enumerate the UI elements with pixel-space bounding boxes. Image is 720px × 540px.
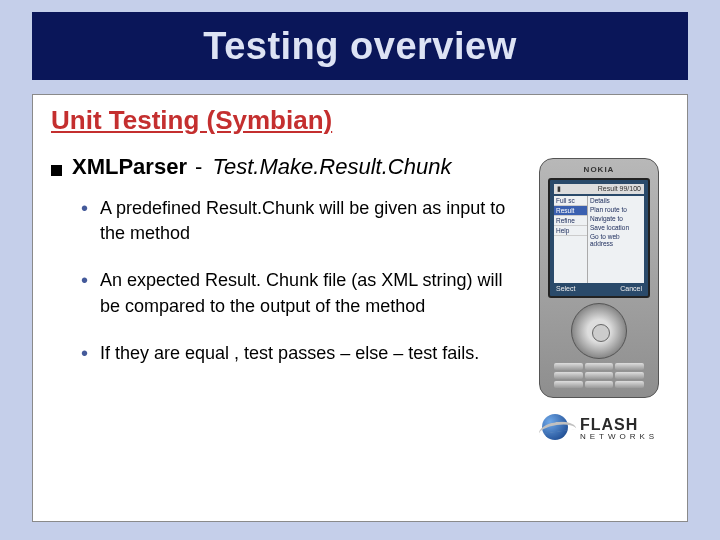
globe-swoosh-icon — [540, 412, 574, 446]
phone-status-bar: ▮ Result 99/100 — [554, 184, 644, 194]
phone-mockup: NOKIA ▮ Result 99/100 Full sc Result Ref… — [539, 158, 659, 398]
dpad-icon — [571, 303, 627, 359]
main-italic: Test.Make.Result.Chunk — [213, 154, 452, 179]
body-row: XMLParser - Test.Make.Result.Chunk • A p… — [51, 154, 669, 460]
phone-brand-label: NOKIA — [548, 165, 650, 174]
dot-bullet-icon: • — [81, 196, 88, 246]
phone-keypad-area — [548, 302, 650, 389]
slide-title: Testing overview — [203, 25, 517, 68]
main-dash: - — [195, 154, 202, 179]
right-column: NOKIA ▮ Result 99/100 Full sc Result Ref… — [529, 154, 669, 460]
main-bullet: XMLParser - Test.Make.Result.Chunk — [51, 154, 517, 180]
section-heading: Unit Testing (Symbian) — [51, 105, 669, 136]
title-bar: Testing overview — [32, 12, 688, 80]
dot-bullet-icon: • — [81, 341, 88, 366]
phone-screen: ▮ Result 99/100 Full sc Result Refine He… — [548, 178, 650, 298]
dot-bullet-icon: • — [81, 268, 88, 318]
list-item: • If they are equal , test passes – else… — [81, 341, 517, 366]
keypad-icon — [554, 363, 644, 388]
square-bullet-icon — [51, 165, 62, 176]
phone-menu-left: Full sc Result Refine Help — [554, 196, 588, 283]
phone-menu-right: Details Plan route to Navigate to Save l… — [588, 196, 644, 283]
main-bold: XMLParser — [72, 154, 187, 179]
company-logo: FLASH NETWORKS — [529, 398, 669, 460]
phone-softkeys: Select Cancel — [554, 285, 644, 292]
sub-bullet-list: • A predefined Result.Chunk will be give… — [81, 196, 517, 366]
phone-menu: Full sc Result Refine Help Details Plan … — [554, 196, 644, 283]
content-card: Unit Testing (Symbian) XMLParser - Test.… — [32, 94, 688, 522]
list-item: • A predefined Result.Chunk will be give… — [81, 196, 517, 246]
logo-text: FLASH NETWORKS — [580, 417, 658, 441]
list-item: • An expected Result. Chunk file (as XML… — [81, 268, 517, 318]
text-column: XMLParser - Test.Make.Result.Chunk • A p… — [51, 154, 517, 460]
